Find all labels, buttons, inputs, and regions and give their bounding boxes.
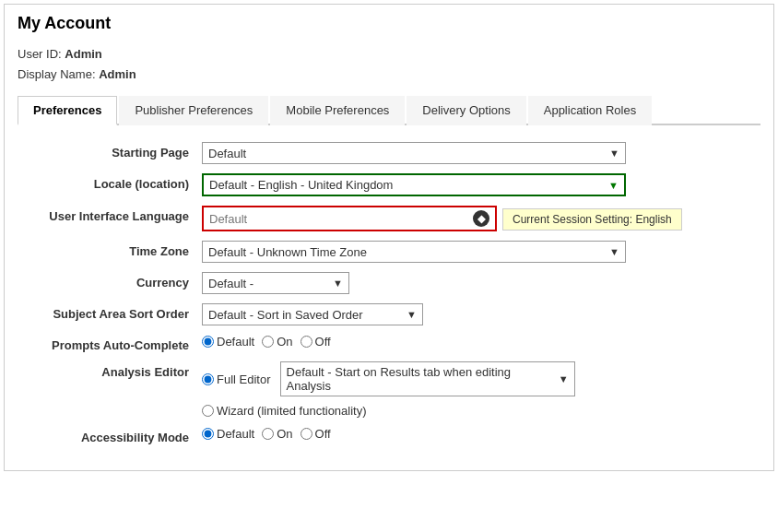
analysis-editor-dropdown-value: Default - Start on Results tab when edit…: [287, 365, 553, 393]
currency-label: Currency: [18, 272, 202, 290]
time-zone-value: Default - Unknown Time Zone: [208, 245, 604, 259]
accessibility-mode-radio-group: Default On Off: [202, 427, 331, 441]
prompts-autocomplete-control: Default On Off: [202, 335, 760, 349]
accessibility-off-label: Off: [315, 427, 331, 441]
display-name-label: Display Name:: [18, 67, 96, 81]
ui-language-tooltip: Current Session Setting: English: [502, 208, 682, 231]
accessibility-default-radio[interactable]: [202, 428, 214, 440]
tab-delivery-options[interactable]: Delivery Options: [407, 96, 525, 125]
prompts-autocomplete-radio-group: Default On Off: [202, 335, 331, 349]
subject-area-dropdown[interactable]: Default - Sort in Saved Order ▼: [202, 303, 423, 325]
analysis-editor-row: Analysis Editor Full Editor Default - St…: [18, 361, 760, 418]
wizard-editor-radio[interactable]: [202, 405, 214, 417]
currency-value: Default -: [208, 277, 327, 290]
prompts-off-label: Off: [315, 335, 331, 349]
prompts-on-radio[interactable]: [262, 336, 274, 348]
ui-language-control: ◆ Current Session Setting: English: [202, 206, 760, 231]
analysis-editor-control: Full Editor Default - Start on Results t…: [202, 361, 760, 418]
subject-area-control: Default - Sort in Saved Order ▼: [202, 303, 760, 325]
time-zone-row: Time Zone Default - Unknown Time Zone ▼: [18, 241, 760, 263]
currency-row: Currency Default - ▼: [18, 272, 760, 294]
locale-dropdown[interactable]: Default - English - United Kingdom ▼: [202, 173, 626, 196]
accessibility-default-label: Default: [217, 427, 254, 441]
user-id-label: User ID:: [18, 47, 62, 61]
full-editor-option[interactable]: Full Editor: [202, 372, 271, 386]
prompts-autocomplete-label: Prompts Auto-Complete: [18, 335, 202, 352]
accessibility-off-option[interactable]: Off: [301, 427, 331, 441]
prompts-default-option[interactable]: Default: [202, 335, 254, 349]
display-name-row: Display Name: Admin: [18, 65, 760, 85]
wizard-editor-option[interactable]: Wizard (limited functionality): [202, 404, 367, 418]
prompts-autocomplete-row: Prompts Auto-Complete Default On Off: [18, 335, 760, 352]
subject-area-row: Subject Area Sort Order Default - Sort i…: [18, 303, 760, 325]
currency-control: Default - ▼: [202, 272, 760, 294]
preferences-form: Starting Page Default ▼ Locale (location…: [18, 138, 760, 457]
analysis-editor-label: Analysis Editor: [18, 361, 202, 379]
subject-area-arrow-icon: ▼: [407, 309, 417, 320]
ui-language-label: User Interface Language: [18, 206, 202, 223]
prompts-on-option[interactable]: On: [262, 335, 292, 349]
starting-page-value: Default: [208, 147, 604, 160]
accessibility-mode-row: Accessibility Mode Default On Off: [18, 427, 760, 444]
tab-publisher-preferences[interactable]: Publisher Preferences: [119, 96, 268, 125]
accessibility-off-radio[interactable]: [301, 428, 312, 440]
info-icon[interactable]: ◆: [473, 210, 489, 227]
starting-page-label: Starting Page: [18, 142, 202, 160]
time-zone-label: Time Zone: [18, 241, 202, 258]
locale-label: Locale (location): [18, 173, 202, 191]
ui-language-row: User Interface Language ◆ Current Sessio…: [18, 206, 760, 231]
ui-language-input[interactable]: [209, 212, 473, 226]
starting-page-control: Default ▼: [202, 142, 760, 164]
currency-arrow-icon: ▼: [333, 278, 343, 289]
analysis-editor-arrow-icon: ▼: [559, 373, 569, 384]
prompts-default-radio[interactable]: [202, 336, 214, 348]
accessibility-default-option[interactable]: Default: [202, 427, 254, 441]
wizard-editor-row: Wizard (limited functionality): [202, 404, 575, 418]
currency-dropdown[interactable]: Default - ▼: [202, 272, 349, 294]
user-info: User ID: Admin Display Name: Admin: [18, 44, 760, 85]
user-id-value: Admin: [65, 47, 101, 61]
prompts-off-option[interactable]: Off: [301, 335, 331, 349]
tab-mobile-preferences[interactable]: Mobile Preferences: [270, 96, 405, 125]
time-zone-control: Default - Unknown Time Zone ▼: [202, 241, 760, 263]
full-editor-label: Full Editor: [217, 372, 271, 386]
locale-row: Locale (location) Default - English - Un…: [18, 173, 760, 196]
analysis-editor-options: Full Editor Default - Start on Results t…: [202, 361, 575, 418]
locale-control: Default - English - United Kingdom ▼: [202, 173, 760, 196]
full-editor-radio[interactable]: [202, 373, 214, 385]
page-title: My Account: [18, 14, 760, 33]
accessibility-mode-label: Accessibility Mode: [18, 427, 202, 444]
page-container: My Account User ID: Admin Display Name: …: [4, 4, 774, 471]
analysis-editor-dropdown[interactable]: Default - Start on Results tab when edit…: [280, 361, 575, 396]
subject-area-label: Subject Area Sort Order: [18, 303, 202, 321]
wizard-editor-label: Wizard (limited functionality): [217, 404, 367, 418]
accessibility-mode-control: Default On Off: [202, 427, 760, 441]
ui-language-input-box[interactable]: ◆: [202, 206, 497, 231]
prompts-off-radio[interactable]: [301, 336, 312, 348]
accessibility-on-option[interactable]: On: [262, 427, 292, 441]
subject-area-value: Default - Sort in Saved Order: [208, 308, 401, 322]
tab-application-roles[interactable]: Application Roles: [528, 96, 652, 125]
tabs-nav: Preferences Publisher Preferences Mobile…: [18, 94, 760, 125]
time-zone-dropdown[interactable]: Default - Unknown Time Zone ▼: [202, 241, 626, 263]
display-name-value: Admin: [99, 67, 136, 81]
locale-value: Default - English - United Kingdom: [209, 178, 603, 192]
time-zone-arrow-icon: ▼: [609, 246, 619, 257]
accessibility-on-radio[interactable]: [262, 428, 274, 440]
locale-arrow-icon: ▼: [608, 180, 619, 191]
analysis-full-editor-row: Full Editor Default - Start on Results t…: [202, 361, 575, 396]
prompts-default-label: Default: [217, 335, 254, 349]
starting-page-dropdown[interactable]: Default ▼: [202, 142, 626, 164]
accessibility-on-label: On: [277, 427, 292, 441]
starting-page-row: Starting Page Default ▼: [18, 142, 760, 164]
prompts-on-label: On: [277, 335, 292, 349]
starting-page-arrow-icon: ▼: [609, 148, 619, 159]
user-id-row: User ID: Admin: [18, 44, 760, 65]
tab-preferences[interactable]: Preferences: [18, 96, 117, 125]
